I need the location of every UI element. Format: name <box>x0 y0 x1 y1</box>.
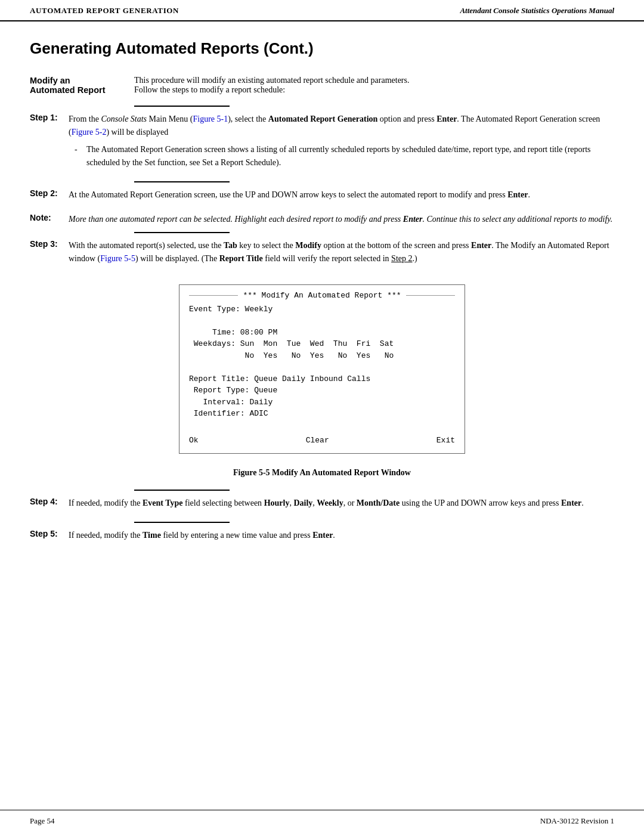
step4-block: Step 4: If needed, modify the Event Type… <box>30 497 614 510</box>
step1-content: From the Console Stats Main Menu (Figure… <box>69 113 614 169</box>
terminal-ok[interactable]: Ok <box>189 436 199 445</box>
step3-content: With the automated report(s) selected, u… <box>69 239 614 265</box>
section-heading-line2: Automated Report <box>30 85 105 95</box>
terminal-exit[interactable]: Exit <box>436 436 455 445</box>
figure5-5-link[interactable]: Figure 5-5 <box>100 254 135 263</box>
terminal-divider-left <box>189 295 238 296</box>
section-heading-line1: Modify an <box>30 76 70 85</box>
page-content: Generating Automated Reports (Cont.) Mod… <box>0 21 644 810</box>
terminal-line-10: Identifier: ADIC <box>189 408 455 420</box>
step4-content: If needed, modify the Event Type field s… <box>69 497 614 510</box>
step4-label: Step 4: <box>30 497 69 506</box>
terminal-line-6 <box>189 361 455 373</box>
step1-label: Step 1: <box>30 113 69 122</box>
header-right: Attendant Console Statistics Operations … <box>460 6 614 16</box>
step3-block: Step 3: With the automated report(s) sel… <box>30 239 614 478</box>
section-heading: Modify an Automated Report <box>30 76 134 95</box>
step5-divider <box>134 522 230 523</box>
step5-block: Step 5: If needed, modify the Time field… <box>30 529 614 542</box>
chapter-title: Generating Automated Reports (Cont.) <box>30 39 614 58</box>
terminal-line-2 <box>189 315 455 327</box>
figure5-1-link[interactable]: Figure 5-1 <box>193 114 228 123</box>
figure-caption: Figure 5-5 Modify An Automated Report Wi… <box>30 468 614 478</box>
footer-left: Page 54 <box>30 816 55 826</box>
note-label: Note: <box>30 213 69 222</box>
terminal-line-5: No Yes No Yes No Yes No <box>189 350 455 362</box>
terminal-title: *** Modify An Automated Report *** <box>243 291 401 300</box>
terminal-footer: Ok Clear Exit <box>189 436 455 445</box>
step3-label: Step 3: <box>30 239 69 249</box>
step5-content: If needed, modify the Time field by ente… <box>69 529 614 542</box>
subbullet-dash: - <box>75 143 86 156</box>
terminal-divider-right <box>406 295 455 296</box>
page: AUTOMATED REPORT GENERATION Attendant Co… <box>0 0 644 833</box>
terminal-line-7: Report Title: Queue Daily Inbound Calls <box>189 373 455 385</box>
step4-divider <box>134 490 230 491</box>
intro-line1: This procedure will modify an existing a… <box>134 76 614 85</box>
section-intro-text: This procedure will modify an existing a… <box>134 76 614 95</box>
step2-block: Step 2: At the Automated Report Generati… <box>30 188 614 202</box>
step2-divider <box>134 181 230 182</box>
subbullet-text: The Automated Report Generation screen s… <box>86 143 614 169</box>
step1-row: Step 1: From the Console Stats Main Menu… <box>30 113 614 169</box>
terminal-clear[interactable]: Clear <box>306 436 329 445</box>
terminal-line-9: Interval: Daily <box>189 397 455 408</box>
figure-caption-text: Figure 5-5 Modify An Automated Report Wi… <box>233 468 411 477</box>
step2-label: Step 2: <box>30 188 69 198</box>
terminal-box: *** Modify An Automated Report *** Event… <box>179 284 465 454</box>
footer-right: NDA-30122 Revision 1 <box>540 816 614 826</box>
step3-divider <box>134 232 230 233</box>
intro-line2: Follow the steps to modify a report sche… <box>134 85 614 95</box>
step1-divider <box>134 106 230 107</box>
terminal-line-4: Weekdays: Sun Mon Tue Wed Thu Fri Sat <box>189 338 455 350</box>
note-content: More than one automated report can be se… <box>69 213 612 226</box>
step2-row: Step 2: At the Automated Report Generati… <box>30 188 614 202</box>
terminal-line-1: Event Type: Weekly <box>189 304 455 315</box>
page-footer: Page 54 NDA-30122 Revision 1 <box>0 810 644 833</box>
step2-content: At the Automated Report Generation scree… <box>69 188 614 202</box>
step5-label: Step 5: <box>30 529 69 538</box>
step1-subbullet: - The Automated Report Generation screen… <box>75 143 614 169</box>
note-row: Note: More than one automated report can… <box>30 213 614 226</box>
page-header: AUTOMATED REPORT GENERATION Attendant Co… <box>0 0 644 21</box>
step1-block: Step 1: From the Console Stats Main Menu… <box>30 113 614 169</box>
section-intro: Modify an Automated Report This procedur… <box>30 76 614 95</box>
terminal-line-11 <box>189 420 455 432</box>
step3-row: Step 3: With the automated report(s) sel… <box>30 239 614 265</box>
header-left: AUTOMATED REPORT GENERATION <box>30 6 179 16</box>
terminal-title-bar: *** Modify An Automated Report *** <box>189 291 455 300</box>
figure5-2-link[interactable]: Figure 5-2 <box>72 128 107 137</box>
step4-row: Step 4: If needed, modify the Event Type… <box>30 497 614 510</box>
terminal-line-8: Report Type: Queue <box>189 385 455 397</box>
step5-row: Step 5: If needed, modify the Time field… <box>30 529 614 542</box>
terminal-line-3: Time: 08:00 PM <box>189 327 455 339</box>
